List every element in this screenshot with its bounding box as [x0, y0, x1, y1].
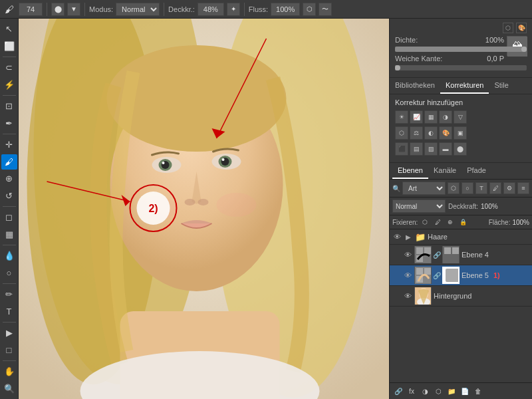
- fill-label: Fläche:: [489, 219, 511, 226]
- path-selection-tool[interactable]: ▶: [1, 325, 17, 341]
- adjustment-icon[interactable]: ⬡: [432, 385, 444, 397]
- pen-tool[interactable]: ✏: [1, 287, 17, 303]
- layer-icon-1[interactable]: ⬡: [448, 182, 460, 194]
- new-layer-icon[interactable]: 📄: [459, 385, 471, 397]
- brush-picker-icon[interactable]: ▼: [67, 3, 80, 16]
- levels-icon[interactable]: ▦: [424, 110, 438, 124]
- tab-stile[interactable]: Stile: [489, 78, 513, 94]
- layer-filter-select[interactable]: Art: [402, 182, 446, 195]
- gradient-map-icon[interactable]: ▬: [439, 142, 452, 156]
- threshold-icon[interactable]: ▨: [424, 142, 438, 156]
- layer-thumbnail-preview: 🏔: [507, 36, 527, 56]
- eyedropper-tool[interactable]: ✒: [1, 116, 17, 132]
- tool-sep-3: [3, 134, 16, 134]
- brush-size-input[interactable]: 74: [19, 3, 43, 16]
- posterize-icon[interactable]: ▤: [410, 142, 423, 156]
- channel-mixer-icon[interactable]: 🎨: [439, 126, 452, 140]
- layer-icon-4[interactable]: 🖊: [489, 182, 501, 194]
- exposure-icon[interactable]: ◑: [439, 110, 452, 124]
- visibility-ebene4[interactable]: 👁: [403, 250, 412, 259]
- shape-tool[interactable]: □: [1, 342, 17, 358]
- marquee-tool[interactable]: ⬜: [1, 39, 17, 55]
- dichte-slider-thumb[interactable]: [521, 47, 527, 52]
- opacity-label: Deckkraft:: [448, 203, 478, 210]
- invert-icon[interactable]: ⬛: [395, 142, 408, 156]
- airbrush-icon[interactable]: ✦: [227, 3, 240, 16]
- smoothing-icon[interactable]: 〜: [319, 3, 332, 16]
- fluss-control: 100%: [271, 3, 300, 16]
- dichte-slider[interactable]: [395, 47, 527, 52]
- panel-icon-2[interactable]: 🎨: [516, 23, 527, 33]
- svg-rect-39: [424, 268, 431, 275]
- main-area: ↖ ⬜ ⊂ ⚡ ⊡ ✒ ✛ 🖌 ⊕ ↺ ◻ ▦ 💧 ○ ✏ T ▶ □ ✋ 🔍: [0, 19, 532, 399]
- layer-group-haare[interactable]: 👁 ▶ 📁 Haare: [390, 229, 532, 245]
- svg-rect-31: [416, 247, 423, 254]
- tool-sep-8: [3, 360, 16, 361]
- bw-icon[interactable]: ◐: [424, 126, 438, 140]
- fix-icon-lock[interactable]: 🔒: [458, 217, 468, 227]
- deckkr-input[interactable]: 48%: [198, 3, 224, 16]
- brush-shape-icon[interactable]: ⬤: [51, 3, 65, 16]
- gradient-tool[interactable]: ▦: [1, 227, 17, 243]
- layer-icon-3[interactable]: T: [475, 182, 487, 194]
- curves-icon[interactable]: 📈: [410, 110, 423, 124]
- corrections-row-1: ☀ 📈 ▦ ◑ ▽: [395, 110, 527, 124]
- color-lookup-icon[interactable]: ▣: [454, 126, 467, 140]
- zoom-tool[interactable]: 🔍: [1, 381, 17, 397]
- fix-icon-2[interactable]: 🖊: [432, 217, 443, 227]
- layer-item-hintergrund[interactable]: 👁 Hintergrund: [390, 286, 532, 307]
- brush-tool[interactable]: 🖌: [1, 154, 17, 170]
- canvas-area[interactable]: 2): [19, 19, 389, 399]
- layer-icon-5[interactable]: ⚙: [503, 182, 515, 194]
- blur-tool[interactable]: 💧: [1, 248, 17, 264]
- panel-icon-1[interactable]: ⬡: [503, 23, 513, 33]
- dichte-slider-fill: [395, 47, 527, 52]
- blend-mode-select[interactable]: Normal: [392, 200, 446, 213]
- new-group-icon[interactable]: 📁: [446, 385, 458, 397]
- tab-bibliotheken[interactable]: Bibliotheken: [390, 78, 440, 94]
- text-tool[interactable]: T: [1, 304, 17, 320]
- link-layers-icon[interactable]: 🔗: [392, 385, 404, 397]
- weiche-kante-slider-thumb[interactable]: [395, 65, 400, 70]
- layer-icon-2[interactable]: ○: [462, 182, 473, 194]
- expand-haare[interactable]: ▶: [404, 232, 413, 241]
- wand-tool[interactable]: ⚡: [1, 77, 17, 93]
- tab-kanaele[interactable]: Kanäle: [428, 163, 462, 179]
- tab-pfade[interactable]: Pfade: [462, 163, 491, 179]
- hue-sat-icon[interactable]: ⬡: [395, 126, 408, 140]
- modus-select[interactable]: Normal: [116, 3, 160, 16]
- color-balance-icon[interactable]: ⚖: [410, 126, 423, 140]
- lasso-tool[interactable]: ⊂: [1, 60, 17, 76]
- crop-tool[interactable]: ⊡: [1, 98, 17, 114]
- fix-icon-1[interactable]: ⬡: [420, 217, 430, 227]
- vibrance-icon[interactable]: ▽: [454, 110, 467, 124]
- layer-filter-toggle[interactable]: ≡: [517, 182, 529, 194]
- visibility-hintergrund[interactable]: 👁: [403, 291, 412, 301]
- fx-icon[interactable]: fx: [406, 385, 418, 397]
- corrections-title: Korrektur hinzufügen: [395, 98, 527, 106]
- weiche-kante-label: Weiche Kante:: [395, 55, 442, 63]
- history-brush-tool[interactable]: ↺: [1, 188, 17, 204]
- brightness-icon[interactable]: ☀: [395, 110, 408, 124]
- eraser-tool[interactable]: ◻: [1, 209, 17, 225]
- visibility-haare[interactable]: 👁: [392, 232, 402, 241]
- tablet-pressure-icon[interactable]: ⬡: [303, 3, 316, 16]
- layer-item-ebene4[interactable]: 👁 🔗: [390, 245, 532, 265]
- fluss-input[interactable]: 100%: [271, 3, 300, 16]
- layer-item-ebene5[interactable]: 👁 🔗 Ebene 5: [390, 265, 532, 286]
- add-mask-icon[interactable]: ◑: [419, 385, 431, 397]
- delete-layer-icon[interactable]: 🗑: [472, 385, 484, 397]
- clone-tool[interactable]: ⊕: [1, 171, 17, 187]
- healing-tool[interactable]: ✛: [1, 137, 17, 153]
- selective-color-icon[interactable]: ⬤: [454, 142, 467, 156]
- tab-ebenen[interactable]: Ebenen: [392, 163, 428, 179]
- hand-tool[interactable]: ✋: [1, 364, 17, 380]
- dodge-tool[interactable]: ○: [1, 265, 17, 281]
- tab-korrekturen[interactable]: Korrekturen: [440, 78, 489, 94]
- fix-icon-3[interactable]: ⊕: [445, 217, 456, 227]
- weiche-kante-slider[interactable]: [395, 65, 527, 70]
- move-tool[interactable]: ↖: [1, 21, 17, 37]
- visibility-ebene5[interactable]: 👁: [403, 271, 412, 280]
- layers-tabs: Ebenen Kanäle Pfade: [390, 163, 532, 180]
- svg-point-19: [217, 193, 257, 217]
